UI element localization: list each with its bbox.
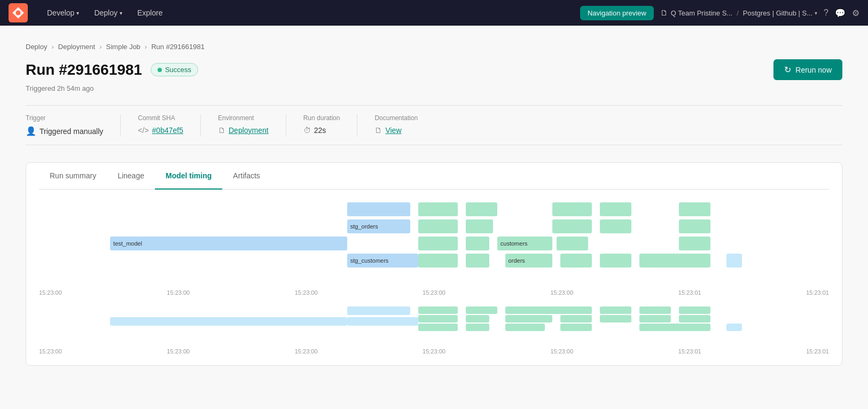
- bar-test-model[interactable]: test_model: [110, 237, 347, 250]
- bar-row4-g6[interactable]: [639, 254, 710, 268]
- time-label-2: 15:23:00: [167, 289, 190, 296]
- bar-row2-g5[interactable]: [679, 219, 710, 233]
- compact-g17[interactable]: [639, 324, 710, 331]
- nav-develop[interactable]: Develop: [41, 5, 85, 20]
- docs-link[interactable]: View: [385, 126, 401, 135]
- bar-stg-customers[interactable]: stg_customers: [347, 254, 418, 268]
- run-header: Run #291661981 Success ↻ Rerun now: [26, 59, 842, 80]
- compact-g6[interactable]: [466, 324, 489, 331]
- compact-g3[interactable]: [418, 324, 458, 331]
- bar-orders[interactable]: orders: [505, 254, 553, 268]
- time-label-1: 15:23:00: [39, 289, 62, 296]
- bar-row4-g4[interactable]: [560, 254, 592, 268]
- compact-g19[interactable]: [679, 315, 710, 323]
- tab-run-summary[interactable]: Run summary: [39, 163, 107, 190]
- compact-g15[interactable]: [639, 306, 671, 314]
- compact-g4[interactable]: [466, 306, 497, 314]
- breadcrumb-deploy[interactable]: Deploy: [26, 43, 47, 51]
- time-label-b5: 15:23:00: [550, 348, 573, 355]
- svg-point-1: [16, 11, 21, 15]
- bar-row1-g5[interactable]: [679, 202, 710, 216]
- bar-row4-g5[interactable]: [600, 254, 631, 268]
- bar-row1-g3[interactable]: [552, 202, 592, 216]
- compact-g1[interactable]: [418, 306, 458, 314]
- trigger-value: 👤 Triggered manually: [26, 126, 103, 136]
- bar-row4-g2[interactable]: [466, 254, 489, 268]
- compact-g18[interactable]: [679, 306, 710, 314]
- clock-icon: ⏱: [303, 126, 311, 135]
- compact-g14[interactable]: [600, 315, 631, 323]
- docs-value: 🗋 View: [374, 126, 418, 135]
- triggered-time: Triggered 2h 54m ago: [26, 84, 842, 92]
- commit-label: Commit SHA: [138, 114, 183, 122]
- tabs: Run summary Lineage Model timing Artifac…: [39, 163, 829, 190]
- compact-bar-b2[interactable]: [347, 317, 418, 326]
- tabs-container: Run summary Lineage Model timing Artifac…: [26, 162, 842, 366]
- time-label-b7: 15:23:01: [806, 348, 829, 355]
- bar-row1-g4[interactable]: [600, 202, 631, 216]
- settings-icon[interactable]: ⚙: [852, 8, 859, 18]
- compact-bar-b1[interactable]: [347, 306, 410, 315]
- notifications-icon[interactable]: 💬: [835, 8, 846, 18]
- bar-row4-bl[interactable]: [726, 254, 742, 268]
- bar-row2-g4[interactable]: [600, 219, 631, 233]
- bar-row3-g5[interactable]: [679, 237, 710, 250]
- logo-area: [9, 3, 28, 22]
- stg-customers-label: stg_customers: [350, 257, 389, 264]
- breadcrumb-deployment[interactable]: Deployment: [58, 43, 95, 51]
- compact-g12[interactable]: [560, 324, 592, 331]
- environment-value: 🗋 Deployment: [218, 126, 269, 135]
- bar-row2-g3[interactable]: [552, 219, 592, 233]
- chart-container: stg_orders test_model customers: [39, 190, 829, 365]
- nav-deploy[interactable]: Deploy: [88, 5, 129, 20]
- bar-row1-g1[interactable]: [418, 202, 458, 216]
- commit-value: </> #0b47ef5: [138, 126, 183, 135]
- time-labels-bottom: 15:23:00 15:23:00 15:23:00 15:23:00 15:2…: [39, 346, 829, 357]
- bar-customers[interactable]: customers: [497, 237, 553, 250]
- time-label-b6: 15:23:01: [678, 348, 701, 355]
- compact-g16[interactable]: [639, 315, 671, 323]
- bar-row2-g2[interactable]: [466, 219, 494, 233]
- compact-bl2[interactable]: [726, 324, 742, 331]
- bar-row1-g2[interactable]: [466, 202, 497, 216]
- workspace-info[interactable]: 🗋 Q Team Pristine S... / Postgres | Gith…: [660, 9, 817, 17]
- compact-g10[interactable]: [552, 306, 592, 314]
- compact-g11[interactable]: [560, 315, 592, 323]
- dbt-logo-icon: [9, 3, 28, 22]
- compact-g9[interactable]: [505, 324, 545, 331]
- compact-g13[interactable]: [600, 306, 631, 314]
- bar-row4-g1[interactable]: [418, 254, 458, 268]
- environment-cell: Environment 🗋 Deployment: [218, 114, 286, 136]
- bar-stg-orders[interactable]: stg_orders: [347, 219, 410, 233]
- nav-right: Navigation preview 🗋 Q Team Pristine S..…: [580, 6, 859, 20]
- compact-g8[interactable]: [505, 315, 553, 323]
- bar-row2-g1[interactable]: [418, 219, 458, 233]
- success-dot-icon: [158, 68, 162, 72]
- tab-lineage[interactable]: Lineage: [107, 163, 155, 190]
- breadcrumb-simple-job[interactable]: Simple Job: [106, 43, 140, 51]
- compact-chart: [39, 306, 829, 344]
- bar-row3-g1[interactable]: [418, 237, 458, 250]
- help-icon[interactable]: ?: [824, 8, 828, 18]
- compact-g2[interactable]: [418, 315, 458, 323]
- tab-artifacts[interactable]: Artifacts: [222, 163, 271, 190]
- compact-bar-long-blue[interactable]: [110, 317, 347, 326]
- commit-link[interactable]: #0b47ef5: [152, 126, 183, 135]
- duration-value: ⏱ 22s: [303, 126, 340, 135]
- tab-model-timing[interactable]: Model timing: [155, 163, 222, 190]
- breadcrumb-sep-3: ›: [145, 43, 147, 51]
- main-content: Deploy › Deployment › Simple Job › Run #…: [0, 26, 868, 383]
- time-label-b1: 15:23:00: [39, 348, 62, 355]
- environment-link[interactable]: Deployment: [229, 126, 269, 135]
- bar-row3-g2[interactable]: [466, 237, 489, 250]
- rerun-button[interactable]: ↻ Rerun now: [773, 59, 842, 80]
- nav-explore[interactable]: Explore: [131, 5, 169, 20]
- bar-row3-g4[interactable]: [557, 237, 588, 250]
- bar-row1-blue[interactable]: [347, 202, 410, 216]
- info-row: Trigger 👤 Triggered manually Commit SHA …: [26, 105, 842, 145]
- compact-g5[interactable]: [466, 315, 489, 323]
- trigger-label: Trigger: [26, 114, 103, 122]
- time-label-6: 15:23:01: [678, 289, 701, 296]
- stg-orders-label: stg_orders: [350, 223, 378, 230]
- navigation-preview-button[interactable]: Navigation preview: [580, 6, 654, 20]
